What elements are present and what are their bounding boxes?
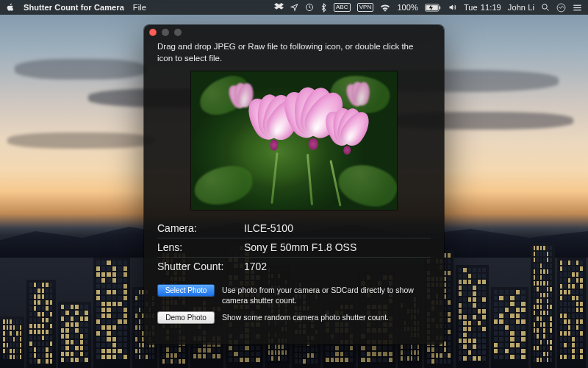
svg-rect-3: [439, 6, 440, 9]
camera-label: Camera:: [157, 222, 244, 234]
drop-hint-text: Drag and drop JPEG or Raw file to follow…: [157, 41, 431, 64]
svg-line-5: [547, 9, 549, 11]
select-photo-button[interactable]: Select Photo: [157, 284, 215, 297]
dropbox-icon[interactable]: [274, 3, 284, 12]
shutter-count-label: Shutter Count:: [157, 261, 244, 272]
user-name[interactable]: John Li: [508, 3, 534, 12]
clock-day[interactable]: Tue: [464, 3, 478, 12]
demo-photo-description: Show some random camera photo shutter co…: [222, 311, 431, 322]
window-titlebar[interactable]: [144, 25, 444, 40]
vpn-indicator[interactable]: VPN: [357, 3, 374, 12]
bluetooth-icon[interactable]: [320, 3, 327, 13]
notification-center-icon[interactable]: [573, 4, 582, 12]
spotlight-icon[interactable]: [541, 3, 550, 12]
zoom-icon[interactable]: [174, 29, 182, 36]
demo-photo-button[interactable]: Demo Photo: [157, 311, 215, 324]
close-icon[interactable]: [149, 29, 157, 36]
input-source-indicator[interactable]: ABC: [334, 3, 351, 12]
app-name[interactable]: Shutter Count for Camera: [24, 3, 124, 12]
volume-icon[interactable]: [448, 3, 457, 12]
lens-label: Lens:: [157, 241, 244, 253]
battery-percent: 100%: [397, 3, 418, 12]
shutter-count-value: 1702: [244, 261, 431, 272]
menu-bar: Shutter Count for Camera File ABC VPN 10…: [0, 0, 588, 15]
location-icon[interactable]: [290, 3, 298, 12]
menu-file[interactable]: File: [133, 3, 146, 12]
camera-value: ILCE-5100: [244, 222, 431, 234]
apple-menu-icon[interactable]: [6, 3, 15, 13]
photo-drop-zone[interactable]: [191, 71, 397, 210]
svg-point-4: [542, 4, 548, 10]
lens-value: Sony E 50mm F1.8 OSS: [244, 241, 431, 253]
minimize-icon[interactable]: [162, 29, 169, 36]
siri-icon[interactable]: [556, 3, 566, 13]
clock-time[interactable]: 11:19: [481, 3, 501, 12]
select-photo-description: Use photo from your camera or SDCard dir…: [222, 284, 431, 305]
wifi-icon[interactable]: [380, 4, 390, 12]
battery-icon[interactable]: [425, 4, 441, 12]
app-window: Drag and drop JPEG or Raw file to follow…: [144, 25, 444, 344]
time-machine-icon[interactable]: [305, 3, 314, 12]
metadata-fields: Camera: ILCE-5100 Lens: Sony E 50mm F1.8…: [157, 220, 431, 275]
